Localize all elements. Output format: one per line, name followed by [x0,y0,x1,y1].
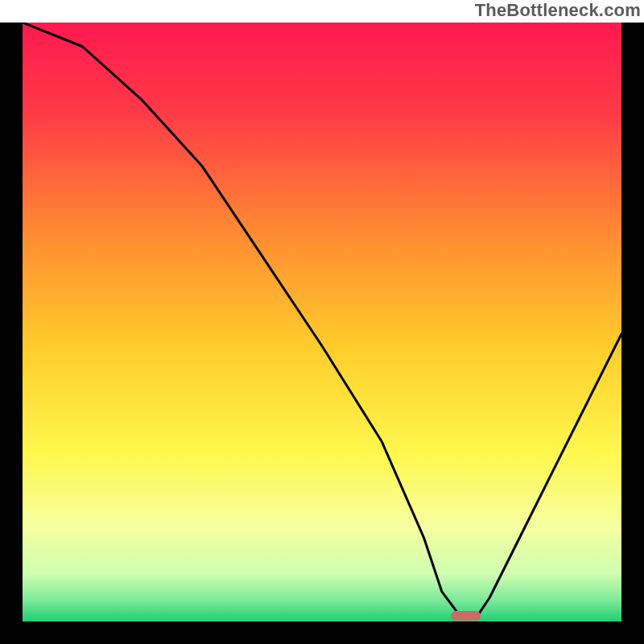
attribution-text: TheBottleneck.com [475,0,641,21]
plot-inner [23,23,621,621]
plot-frame [0,23,644,644]
bottleneck-chart [23,23,621,621]
chart-stage: TheBottleneck.com [0,0,644,644]
optimum-marker [451,611,481,621]
gradient-background [23,23,621,621]
